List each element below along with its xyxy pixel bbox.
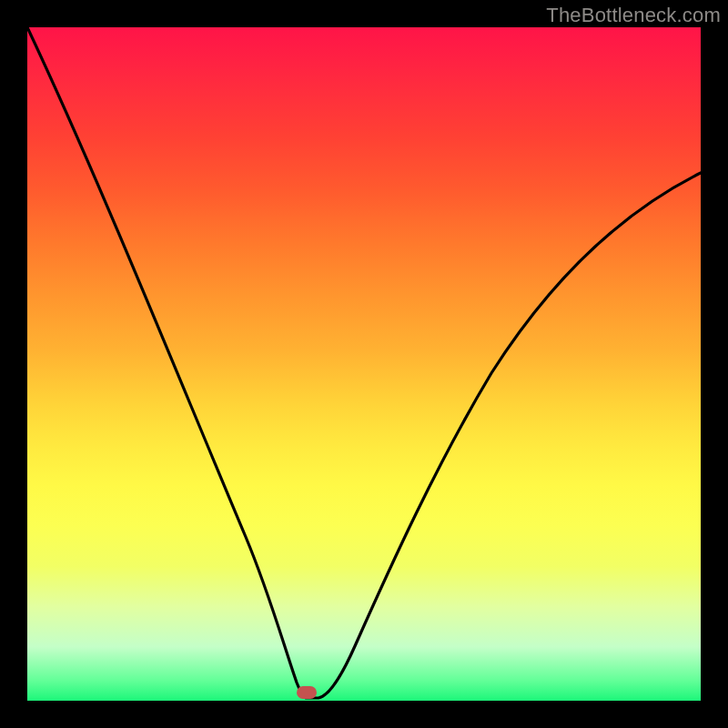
watermark-text: TheBottleneck.com (546, 4, 721, 27)
curve-svg (27, 27, 701, 701)
optimal-point-marker (297, 686, 317, 699)
plot-area (27, 27, 701, 701)
chart-frame: TheBottleneck.com (0, 0, 728, 728)
bottleneck-curve-path (27, 27, 701, 698)
